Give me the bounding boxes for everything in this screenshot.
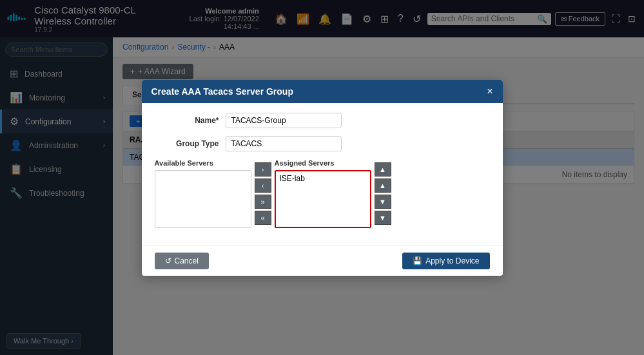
modal-title: Create AAA Tacacs Server Group — [151, 86, 293, 97]
assigned-server-option[interactable]: ISE-lab — [277, 173, 369, 184]
group-type-row: Group Type — [155, 136, 490, 151]
modal-header: Create AAA Tacacs Server Group × — [142, 80, 503, 103]
cancel-button[interactable]: ↺ Cancel — [155, 253, 209, 269]
transfer-buttons: › ‹ » « — [255, 162, 271, 225]
modal-close-button[interactable]: × — [487, 86, 493, 97]
group-type-input[interactable] — [226, 136, 342, 151]
available-servers-listbox[interactable] — [155, 170, 251, 228]
cancel-icon: ↺ — [165, 256, 171, 265]
apply-label: Apply to Device — [425, 256, 479, 265]
name-row: Name* — [155, 113, 490, 128]
sort-down-bottom-button[interactable]: ▼ — [375, 211, 391, 225]
apply-button[interactable]: 💾 Apply to Device — [402, 253, 489, 269]
modal-overlay: Create AAA Tacacs Server Group × Name* G… — [0, 0, 644, 355]
modal-footer: ↺ Cancel 💾 Apply to Device — [142, 245, 503, 276]
name-input[interactable] — [226, 113, 342, 128]
assigned-servers-label: Assigned Servers — [275, 159, 371, 167]
sort-down-button[interactable]: ▼ — [375, 195, 391, 209]
transfer-right-button[interactable]: › — [255, 162, 271, 177]
sort-buttons: ▲ ▲ ▼ ▼ — [375, 162, 391, 225]
sort-up-top-button[interactable]: ▲ — [375, 162, 391, 177]
create-aaa-modal: Create AAA Tacacs Server Group × Name* G… — [142, 80, 503, 276]
available-servers-container: Available Servers — [155, 159, 251, 228]
transfer-left-button[interactable]: ‹ — [255, 178, 271, 193]
sort-up-button[interactable]: ▲ — [375, 178, 391, 193]
servers-section: Available Servers › ‹ » « Assigned Serve… — [155, 159, 490, 228]
cancel-label: Cancel — [175, 256, 199, 265]
modal-body: Name* Group Type Available Servers › ‹ »… — [142, 103, 503, 245]
assigned-servers-container: Assigned Servers ISE-lab — [275, 159, 371, 228]
transfer-all-left-button[interactable]: « — [255, 211, 271, 225]
apply-icon: 💾 — [413, 256, 422, 265]
available-servers-label: Available Servers — [155, 159, 251, 167]
assigned-servers-listbox[interactable]: ISE-lab — [275, 170, 371, 228]
name-label: Name* — [155, 116, 219, 125]
group-type-label: Group Type — [155, 139, 219, 148]
transfer-all-right-button[interactable]: » — [255, 195, 271, 209]
